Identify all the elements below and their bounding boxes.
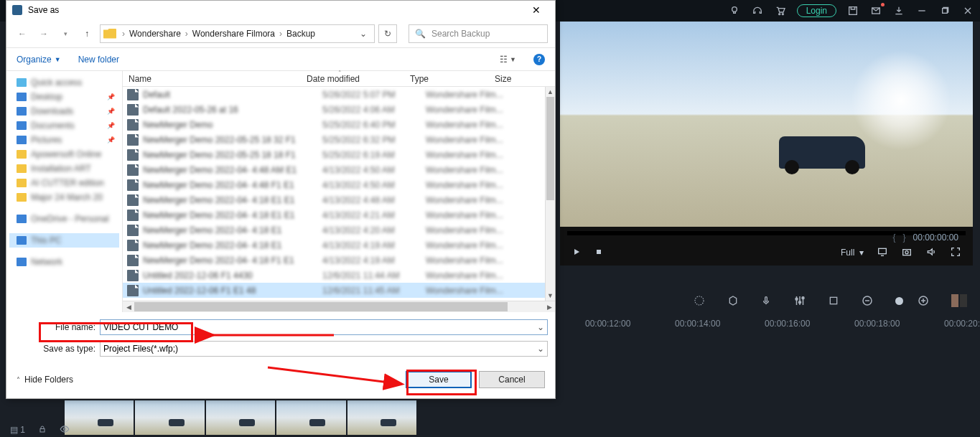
quality-selector[interactable]: Full ▾ xyxy=(841,248,864,258)
zoom-in-icon[interactable] xyxy=(917,293,930,308)
nav-pane-item[interactable]: Quick access xyxy=(9,75,119,90)
marker-icon[interactable] xyxy=(727,293,739,308)
nav-pane-item[interactable]: Major 24 March 20 xyxy=(9,190,119,205)
file-row[interactable]: NewMerger Demo5/25/2022 6:40 PMWondersha… xyxy=(123,117,555,132)
scroll-down-icon[interactable]: ▼ xyxy=(546,291,555,301)
chevron-right-icon[interactable]: › xyxy=(121,29,126,39)
scroll-left-icon[interactable]: ◀ xyxy=(123,304,134,311)
file-row[interactable]: NewMerger Demo 2022-04- 4:18 E14/13/2022… xyxy=(123,222,555,238)
save-button[interactable]: Save xyxy=(406,371,472,388)
scrollbar-thumb[interactable] xyxy=(134,302,508,311)
address-dropdown-icon[interactable]: ⌄ xyxy=(355,29,371,39)
scroll-up-icon[interactable]: ▲ xyxy=(546,87,555,97)
file-row[interactable]: Default 2022-05-26 at 165/26/2022 4:06 A… xyxy=(123,102,555,117)
timeline-clip[interactable] xyxy=(65,400,416,435)
filename-dropdown-icon[interactable]: ⌄ xyxy=(533,322,544,332)
lock-icon[interactable] xyxy=(38,425,47,436)
voiceover-icon[interactable] xyxy=(760,293,772,308)
file-row[interactable]: Untitled 2022-12-06 F1 E1 4812/6/2021 11… xyxy=(123,283,555,298)
nav-pane-item[interactable]: Desktop📌 xyxy=(9,90,119,104)
volume-icon[interactable] xyxy=(925,246,937,260)
search-input[interactable]: 🔍 Search Backup xyxy=(409,24,548,43)
help-icon[interactable]: ? xyxy=(533,54,545,65)
scrollbar-thumb[interactable] xyxy=(546,97,554,200)
visibility-icon[interactable] xyxy=(60,424,70,436)
save-icon[interactable] xyxy=(846,4,859,17)
column-headers[interactable]: ˄ Name Date modified Type Size xyxy=(123,71,555,87)
track-display-toggle[interactable] xyxy=(951,294,967,307)
cancel-button[interactable]: Cancel xyxy=(479,371,545,388)
minimize-icon[interactable] xyxy=(915,4,928,17)
vertical-scrollbar[interactable]: ▲ ▼ xyxy=(545,87,555,301)
chevron-right-icon[interactable]: › xyxy=(184,29,190,39)
zoom-out-icon[interactable] xyxy=(861,293,874,308)
nav-pane-item[interactable]: Downloads📌 xyxy=(9,104,119,118)
scroll-right-icon[interactable]: ▶ xyxy=(543,304,555,311)
column-name[interactable]: Name xyxy=(123,74,307,84)
address-bar[interactable]: › Wondershare › Wondershare Filmora › Ba… xyxy=(100,24,375,43)
column-date[interactable]: Date modified xyxy=(307,74,410,84)
file-type: Wondershare Film... xyxy=(426,225,510,235)
nav-back-icon[interactable]: ← xyxy=(14,25,31,42)
file-name: Untitled 2022-12-06 F1 E1 48 xyxy=(143,286,322,296)
login-button[interactable]: Login xyxy=(797,4,836,17)
layers-icon[interactable]: ▤ 1 xyxy=(10,425,25,435)
render-icon[interactable] xyxy=(693,293,706,308)
file-row[interactable]: NewMerger Demo 2022-04- 4:48 AM E14/13/2… xyxy=(123,162,555,177)
nav-forward-icon[interactable]: → xyxy=(35,25,52,42)
hide-folders-button[interactable]: ˄Hide Folders xyxy=(17,375,73,385)
file-date: 4/13/2022 4:21 AM xyxy=(322,210,426,220)
nav-pane-item[interactable]: AI CUTTER edition xyxy=(9,176,119,190)
nav-pane-item[interactable]: This PC xyxy=(9,233,119,248)
file-row[interactable]: NewMerger Demo 2022-04- 4:18 E1 E14/13/2… xyxy=(123,192,555,207)
refresh-icon[interactable]: ↻ xyxy=(378,24,397,43)
breadcrumb-item[interactable]: Backup xyxy=(285,29,317,39)
snapshot-icon[interactable] xyxy=(901,246,913,260)
fullscreen-icon[interactable] xyxy=(950,246,961,260)
nav-recent-icon[interactable]: ▾ xyxy=(57,25,74,42)
keyframe-icon[interactable] xyxy=(828,293,839,308)
close-app-icon[interactable] xyxy=(961,4,974,17)
support-icon[interactable] xyxy=(751,4,764,17)
view-menu[interactable]: ☷ ▼ xyxy=(500,55,516,65)
savetype-label: Save as type: xyxy=(17,344,100,354)
download-icon[interactable] xyxy=(892,4,905,17)
nav-pane-item[interactable]: Pictures📌 xyxy=(9,133,119,147)
breadcrumb-item[interactable]: Wondershare xyxy=(128,29,182,39)
display-icon[interactable] xyxy=(877,246,888,260)
column-size[interactable]: Size xyxy=(495,74,522,84)
message-icon[interactable] xyxy=(869,4,882,17)
chevron-right-icon[interactable]: › xyxy=(278,29,284,39)
organize-menu[interactable]: Organize ▼ xyxy=(17,55,61,65)
file-row[interactable]: NewMerger Demo 2022-04- 4:48 F1 E14/13/2… xyxy=(123,177,555,192)
mixer-icon[interactable] xyxy=(793,293,806,308)
restore-icon[interactable] xyxy=(938,4,951,17)
new-folder-button[interactable]: New folder xyxy=(78,55,119,65)
file-row[interactable]: NewMerger Demo 2022-05-25 18 32 F15/25/2… xyxy=(123,132,555,147)
stop-button[interactable] xyxy=(594,248,603,258)
file-row[interactable]: NewMerger Demo 2022-05-25 18 18 F15/25/2… xyxy=(123,147,555,162)
savetype-select[interactable]: Project Files(*.wfp;) ⌄ xyxy=(100,341,548,357)
file-type: Wondershare Film... xyxy=(426,271,510,281)
tips-icon[interactable] xyxy=(728,4,741,17)
nav-pane-item[interactable]: Documents📌 xyxy=(9,118,119,133)
play-button[interactable] xyxy=(571,247,582,259)
nav-pane-item[interactable]: Installation ART xyxy=(9,161,119,176)
file-row[interactable]: NewMerger Demo 2022-04- 4:18 E1 E14/13/2… xyxy=(123,207,555,222)
file-row[interactable]: NewMerger Demo 2022-04- 4:18 E14/13/2022… xyxy=(123,238,555,253)
horizontal-scrollbar[interactable]: ◀ ▶ xyxy=(123,301,555,312)
file-row[interactable]: Default5/26/2022 5:07 PMWondershare Film… xyxy=(123,87,555,102)
nav-up-icon[interactable]: ↑ xyxy=(78,25,95,42)
nav-pane-item[interactable]: Network xyxy=(9,255,119,269)
dialog-titlebar[interactable]: Save as ✕ xyxy=(6,1,555,19)
breadcrumb-item[interactable]: Wondershare Filmora xyxy=(191,29,276,39)
column-type[interactable]: Type xyxy=(410,74,495,84)
timeline-ruler[interactable]: 00:00:12:00 00:00:14:00 00:00:16:00 00:0… xyxy=(556,319,980,336)
file-row[interactable]: NewMerger Demo 2022-04- 4:18 F1 E14/13/2… xyxy=(123,253,555,268)
filename-input[interactable] xyxy=(103,322,533,332)
file-row[interactable]: Untitled 2022-12-06 F1 443012/6/2021 11:… xyxy=(123,268,555,283)
close-icon[interactable]: ✕ xyxy=(523,2,549,18)
nav-pane-item[interactable]: Apowersoft Online xyxy=(9,147,119,161)
nav-pane-item[interactable]: OneDrive - Personal xyxy=(9,212,119,226)
cart-icon[interactable] xyxy=(774,4,787,17)
